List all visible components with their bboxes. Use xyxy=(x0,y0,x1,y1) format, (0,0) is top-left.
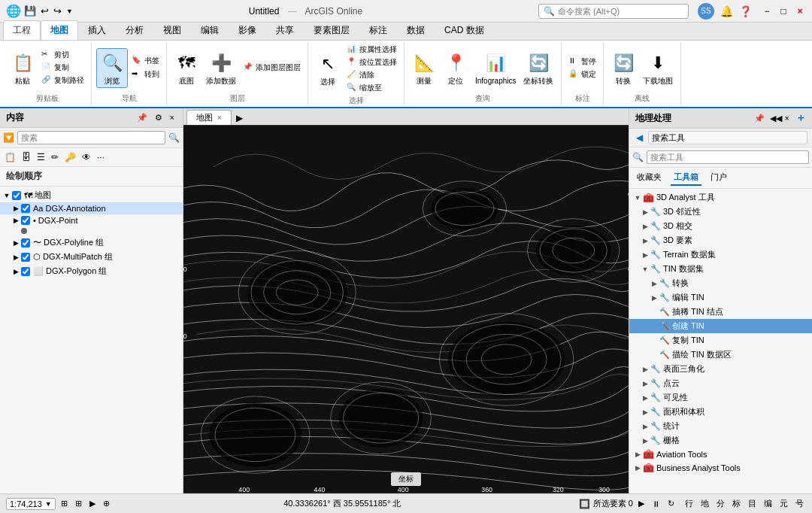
download-map-button[interactable]: ⬇ 下载地图 xyxy=(640,49,676,87)
add-data-button[interactable]: ➕ 添加数据 xyxy=(203,49,239,87)
bookmark-button[interactable]: 🔖 书签 xyxy=(129,55,162,67)
infographics-button[interactable]: 📊 Infographics xyxy=(472,49,519,87)
goto-button[interactable]: ➡ 转到 xyxy=(129,68,162,80)
layer-point[interactable]: ▶ • DGX-Point xyxy=(0,214,183,226)
tab-ditu[interactable]: 地图 xyxy=(41,20,78,40)
layer-annotation-checkbox[interactable] xyxy=(21,204,30,213)
geo-tin-dataset[interactable]: ▼ 🔧 TIN 数据集 xyxy=(629,262,812,276)
layer-tool-more[interactable]: ··· xyxy=(95,150,106,164)
dropdown-icon[interactable]: ▼ xyxy=(66,8,73,15)
layer-tool-5[interactable]: 🔑 xyxy=(63,150,77,164)
pin-panel-button[interactable]: 📌 xyxy=(135,112,150,123)
geo-raster[interactable]: ▶ 🔧 栅格 xyxy=(629,433,812,448)
geo-point-cloud[interactable]: ▶ 🔧 点云 xyxy=(629,376,812,390)
map-viewport[interactable]: 100 100 660 660 400 360 440 400 320 300 … xyxy=(183,125,629,493)
geo-copy-tin[interactable]: 🔨 复制 TIN xyxy=(629,333,812,348)
map-tab-main[interactable]: 地图 × xyxy=(186,110,232,125)
layer-tool-3[interactable]: ☰ xyxy=(35,150,47,164)
map-scroll-btn[interactable]: ▶ xyxy=(235,111,244,125)
geo-create-tin[interactable]: 🔨 创建 TIN xyxy=(629,319,812,333)
command-search-bar[interactable]: 🔍 xyxy=(538,4,689,19)
layer-polyline[interactable]: ▶ 〜 DGX-Polyline 组 xyxy=(0,235,183,250)
tab-shitu[interactable]: 视图 xyxy=(153,20,191,40)
save-icon[interactable]: 💾 xyxy=(24,5,36,17)
layer-map-checkbox[interactable] xyxy=(12,191,21,200)
tab-gongcheng[interactable]: 工程 xyxy=(3,20,41,40)
convert-button[interactable]: 🔄 转换 xyxy=(608,49,638,87)
tab-charu[interactable]: 插入 xyxy=(78,20,116,40)
tab-gongxiang[interactable]: 共享 xyxy=(266,20,304,40)
status-nav-1[interactable]: 行 xyxy=(683,497,695,510)
layer-point-sub[interactable] xyxy=(0,226,183,235)
layer-polygon-checkbox[interactable] xyxy=(21,267,30,276)
scale-selector[interactable]: 1:74,213 ▼ xyxy=(6,498,56,510)
zoom-to-button[interactable]: 🔍 缩放至 xyxy=(344,82,399,94)
cut-button[interactable]: ✂ 剪切 xyxy=(39,49,86,61)
status-icon-1[interactable]: ⊞ xyxy=(59,498,70,509)
paste-button[interactable]: 📋 粘贴 xyxy=(8,49,38,87)
pause-status-icon[interactable]: ⏸ xyxy=(650,499,662,509)
geo-3d-feature[interactable]: ▶ 🔧 3D 要素 xyxy=(629,233,812,247)
status-nav-5[interactable]: 目 xyxy=(746,497,759,510)
coord-convert-button[interactable]: 🔄 坐标转换 xyxy=(520,49,556,87)
geo-convert[interactable]: ▶ 🔧 转换 xyxy=(629,276,812,290)
contents-search[interactable]: 🔽 🔍 xyxy=(0,128,183,148)
status-nav-2[interactable]: 地 xyxy=(698,497,711,510)
geo-edit-tin[interactable]: ▶ 🔧 编辑 TIN xyxy=(629,290,812,305)
geo-3d-proximity[interactable]: ▶ 🔧 3D 邻近性 xyxy=(629,205,812,219)
copy-button[interactable]: 📄 复制 xyxy=(39,62,86,74)
redo-icon[interactable]: ↪ xyxy=(53,5,62,17)
layer-tool-6[interactable]: 👁 xyxy=(80,150,92,164)
select-button[interactable]: ↖ 选择 xyxy=(313,50,343,88)
status-nav-7[interactable]: 元 xyxy=(777,497,790,510)
help-icon[interactable]: ❓ xyxy=(739,5,752,17)
status-nav-4[interactable]: 标 xyxy=(730,497,743,510)
geo-visibility[interactable]: ▶ 🔧 可见性 xyxy=(629,390,812,405)
layer-point-checkbox[interactable] xyxy=(21,216,30,225)
geo-area-volume[interactable]: ▶ 🔧 面积和体积 xyxy=(629,405,812,419)
layer-polyline-checkbox[interactable] xyxy=(21,238,30,247)
layer-tool-4[interactable]: ✏ xyxy=(50,150,60,164)
play-icon[interactable]: ▶ xyxy=(636,498,647,509)
geo-aviation[interactable]: ▶ 🧰 Aviation Tools xyxy=(629,448,812,461)
status-nav-3[interactable]: 分 xyxy=(714,497,727,510)
back-button[interactable]: ◀ xyxy=(634,132,645,144)
copy-path-button[interactable]: 🔗 复制路径 xyxy=(39,74,86,87)
status-icon-2[interactable]: ⊞ xyxy=(73,498,84,509)
close-panel-button[interactable]: × xyxy=(168,112,177,123)
status-nav-8[interactable]: 号 xyxy=(793,497,806,510)
layer-multipatch[interactable]: ▶ ⬡ DGX-MultiPatch 组 xyxy=(0,250,183,264)
geo-statistics[interactable]: ▶ 🔧 统计 xyxy=(629,419,812,433)
search-icon[interactable]: 🔍 xyxy=(168,132,180,143)
tab-bianji[interactable]: 编辑 xyxy=(191,20,229,40)
measure-button[interactable]: 📐 测量 xyxy=(409,49,439,87)
minimize-button[interactable]: − xyxy=(761,5,773,17)
scale-dropdown-icon[interactable]: ▼ xyxy=(45,500,52,508)
breadcrumb-input[interactable] xyxy=(648,131,807,144)
geo-tab-portal[interactable]: 门户 xyxy=(707,170,730,186)
geo-tab-favorites[interactable]: 收藏夹 xyxy=(634,170,665,186)
geo-terrain[interactable]: ▶ 🔧 Terrain 数据集 xyxy=(629,247,812,262)
close-geopanel-button[interactable]: × xyxy=(785,114,789,123)
geo-deciimate-tin[interactable]: 🔨 抽稀 TIN 结点 xyxy=(629,305,812,319)
tab-cad[interactable]: CAD 数据 xyxy=(435,20,494,40)
layer-annotation[interactable]: ▶ Aa DGX-Annotation xyxy=(0,202,183,214)
layer-tool-1[interactable]: 📋 xyxy=(3,150,17,164)
geo-search-input[interactable] xyxy=(647,150,809,164)
layer-map-root[interactable]: ▼ 🗺 地图 xyxy=(0,188,183,202)
tab-yingxiang[interactable]: 影像 xyxy=(229,20,266,40)
layer-polygon[interactable]: ▶ ⬜ DGX-Polygon 组 xyxy=(0,264,183,278)
geo-3d-analyst[interactable]: ▼ 🧰 3D Analyst 工具 xyxy=(629,190,812,205)
tab-fenxi[interactable]: 分析 xyxy=(116,20,153,40)
clear-selection-button[interactable]: 🧹 清除 xyxy=(344,69,399,81)
notification-icon[interactable]: 🔔 xyxy=(720,5,733,17)
status-nav-6[interactable]: 编 xyxy=(762,497,774,510)
undo-icon[interactable]: ↩ xyxy=(41,5,49,17)
refresh-icon[interactable]: ↻ xyxy=(665,498,677,509)
auto-hide-button[interactable]: ◀◀ xyxy=(770,114,782,123)
tab-shuju[interactable]: 数据 xyxy=(397,20,435,40)
status-icon-4[interactable]: ⊕ xyxy=(101,498,112,509)
close-button[interactable]: × xyxy=(794,5,806,17)
browse-button[interactable]: 🔍 浏览 xyxy=(96,48,128,88)
basemap-button[interactable]: 🗺 底图 xyxy=(171,49,201,87)
